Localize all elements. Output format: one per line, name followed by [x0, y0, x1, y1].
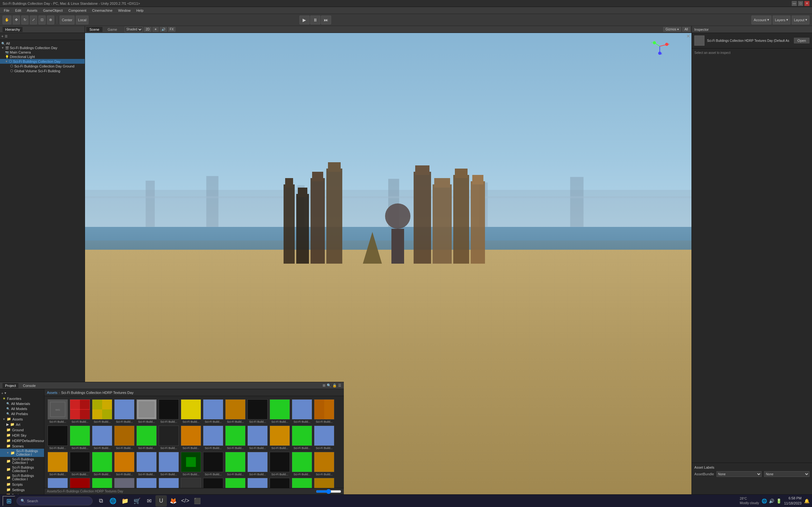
network-icon[interactable]: 🌐 [762, 498, 767, 504]
list-item[interactable]: Sci-Fi Build... [269, 425, 291, 451]
list-item[interactable]: Sci-Fi Build... [158, 425, 180, 451]
2d-toggle[interactable]: 2D [144, 27, 151, 32]
tab-scene[interactable]: Scene [86, 27, 102, 32]
list-item[interactable]: Sci-Fi Build... [136, 399, 157, 424]
list-item[interactable]: Sci-Fi Build... [224, 425, 246, 451]
list-item[interactable]: Sci-Fi Build... [47, 477, 68, 488]
notification-icon[interactable]: 🔔 [804, 498, 809, 504]
list-item[interactable]: Sci-Fi Build... [180, 425, 202, 451]
taskbar-icon-taskview[interactable]: ⧉ [95, 495, 107, 507]
menu-assets[interactable]: Assets [24, 8, 40, 13]
tab-console[interactable]: Console [20, 383, 38, 388]
tool-rect[interactable]: ⊡ [38, 15, 46, 24]
menu-edit[interactable]: Edit [13, 8, 24, 13]
account-dropdown[interactable]: Account ▾ [751, 15, 771, 24]
breadcrumb-assets[interactable]: Assets [47, 391, 57, 395]
pivot-local-btn[interactable]: Local [76, 15, 89, 24]
taskbar-search[interactable]: 🔍 Search [16, 497, 93, 505]
taskbar-icon-browser[interactable]: 🦊 [167, 495, 179, 507]
layout-dropdown[interactable]: Layout ▾ [792, 15, 809, 24]
list-item[interactable]: Sci-Fi Build... [247, 399, 268, 424]
tool-scale[interactable]: ⤢ [30, 15, 37, 24]
minimize-button[interactable]: — [792, 1, 797, 6]
sidebar-collection-1[interactable]: ▼ 📁 Sci-Fi Buildings Collection I [0, 449, 44, 457]
list-item[interactable]: Sci-Fi Build... [136, 425, 157, 451]
sidebar-hdrp-resources[interactable]: 📁 HDRPDefaultResources [0, 438, 44, 443]
list-item[interactable]: Sci-Fi Build... [158, 451, 180, 477]
asset-bundle-select-1[interactable]: None [716, 471, 762, 477]
list-item[interactable]: Sci-Fi Build... [224, 399, 246, 424]
sidebar-settings[interactable]: 📁 Settings [0, 487, 44, 493]
tool-transform[interactable]: ⊕ [47, 15, 54, 24]
lighting-toggle[interactable]: ☀ [153, 27, 159, 32]
menu-help[interactable]: Help [134, 8, 146, 13]
menu-component[interactable]: Component [66, 8, 89, 13]
list-item[interactable]: Sci-Fi Build... [313, 477, 335, 488]
tab-game[interactable]: Game [104, 27, 120, 32]
volume-icon[interactable]: 🔊 [769, 498, 774, 504]
list-item[interactable]: Sci-Fi Build... [113, 477, 135, 488]
sidebar-assets[interactable]: ▼ 📁 Assets [0, 416, 44, 422]
sidebar-scripts[interactable]: 📁 Scripts [0, 482, 44, 487]
shading-select[interactable]: Shaded [125, 26, 143, 32]
hierarchy-all[interactable]: 🔍 All [0, 41, 85, 46]
hierarchy-options-btn[interactable]: ☰ [5, 35, 8, 38]
tool-rotate[interactable]: ↻ [21, 15, 29, 24]
list-item[interactable]: Sci-Fi Build... [158, 399, 180, 424]
list-item[interactable]: Sci-Fi Build... [313, 399, 335, 424]
list-item[interactable]: Sci-Fi Build... [224, 451, 246, 477]
list-item[interactable]: Sci-Fi Build... [69, 399, 91, 424]
maximize-button[interactable]: □ [798, 1, 803, 6]
sidebar-all-materials[interactable]: 🔍 All Materials [0, 401, 44, 406]
sidebar-collection-4[interactable]: 📁 Sci-Fi Buildings Collection I [0, 473, 44, 482]
hierarchy-collection[interactable]: ▼ ⬡ Sci-Fi Buildings Collection Day [0, 59, 85, 64]
list-item[interactable]: Sci-Fi Build... [180, 399, 202, 424]
sidebar-scenes[interactable]: 📁 Scenes [0, 443, 44, 449]
taskbar-icon-explorer[interactable]: 📁 [119, 495, 131, 507]
list-item[interactable]: Sci-Fi Build... [91, 399, 113, 424]
start-button[interactable]: ⊞ [3, 496, 15, 506]
list-item[interactable]: Sci-Fi Build... [47, 451, 68, 477]
zoom-slider[interactable] [316, 489, 341, 494]
list-item[interactable]: Sci-Fi Build... [224, 477, 246, 488]
sidebar-art[interactable]: ▶ 📁 Art [0, 422, 44, 427]
menu-window[interactable]: Window [116, 8, 133, 13]
taskbar-icon-edge[interactable]: 🌐 [107, 495, 119, 507]
list-item[interactable]: Sci-Fi Build... [202, 451, 224, 477]
hierarchy-ground[interactable]: ⬡ Sci-Fi Buildings Collection Day Ground [0, 64, 85, 68]
battery-icon[interactable]: 🔋 [776, 498, 781, 504]
project-lock-btn[interactable]: 🔒 [333, 383, 337, 388]
open-button[interactable]: Open [794, 38, 809, 43]
list-item[interactable]: Sci-Fi Build... [202, 425, 224, 451]
list-item[interactable]: Sci-Fi Build... [291, 477, 313, 488]
sound-toggle[interactable]: 🔊 [160, 27, 167, 32]
step-button[interactable]: ⏭ [321, 15, 331, 24]
project-more-btn[interactable]: ☰ [338, 383, 341, 388]
list-item[interactable]: Sci-Fi Build... [69, 477, 91, 488]
tool-move[interactable]: ✥ [13, 15, 20, 24]
list-item[interactable]: Sci-Fi Build... [313, 425, 335, 451]
list-item[interactable]: Sci-Fi Build... [69, 425, 91, 451]
hierarchy-volume[interactable]: ⬡ Global Volume Sci-Fi Building [0, 68, 85, 73]
sidebar-ground[interactable]: 📁 Ground [0, 427, 44, 433]
hierarchy-add-btn[interactable]: + [1, 34, 3, 39]
list-item[interactable]: Sci-Fi Build... [113, 399, 135, 424]
sidebar-hdr-sky[interactable]: 📁 HDR Sky [0, 433, 44, 438]
list-item[interactable]: Sci-Fi Build... [91, 451, 113, 477]
list-item[interactable]: Sci-Fi Build... [291, 399, 313, 424]
taskbar-icon-term[interactable]: ⬛ [192, 495, 203, 507]
taskbar-icon-mail[interactable]: ✉ [143, 495, 155, 507]
fx-toggle[interactable]: FX [168, 27, 175, 32]
menu-gameobject[interactable]: GameObject [41, 8, 65, 13]
menu-cinemachine[interactable]: Cinemachine [90, 8, 115, 13]
list-item[interactable]: Sci-Fi Build... [113, 451, 135, 477]
list-item[interactable]: Sci-Fi Build... [180, 477, 202, 488]
hierarchy-scene[interactable]: ▼ 🎬 Sci-Fi Buildings Collection Day [0, 46, 85, 50]
taskbar-icon-code[interactable]: </> [180, 495, 191, 507]
play-button[interactable]: ▶ [299, 15, 310, 24]
project-options-btn[interactable]: ⊞ [322, 383, 325, 388]
list-item[interactable]: Sci-Fi Build... [202, 399, 224, 424]
taskbar-icon-store[interactable]: 🛒 [131, 495, 143, 507]
list-item[interactable]: Sci-Fi Build... [269, 451, 291, 477]
hierarchy-camera[interactable]: 📷 Main Camera [0, 50, 85, 55]
